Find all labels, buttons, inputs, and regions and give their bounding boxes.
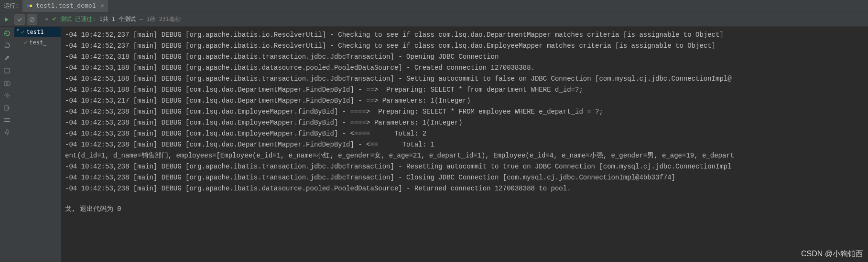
rerun-icon[interactable] bbox=[3, 30, 11, 37]
top-bar: 运行: test1.test_demo1 × — bbox=[0, 0, 868, 12]
check-icon: ✓ bbox=[21, 29, 24, 35]
console-line: -04 10:42:52,237 [main] DEBUG [org.apach… bbox=[65, 30, 864, 41]
console-line: -04 10:42:53,188 [main] DEBUG [org.apach… bbox=[65, 73, 864, 84]
svg-line-3 bbox=[31, 18, 33, 21]
toolbar: » 测试 已通过: 1共 1 个测试 – 1秒 231毫秒 bbox=[0, 12, 868, 27]
rerun-button[interactable] bbox=[1, 14, 12, 25]
python-test-icon bbox=[26, 2, 33, 9]
tree-child-label: test_ bbox=[29, 39, 46, 46]
watermark: CSDN @小狗铂西 bbox=[801, 249, 863, 259]
left-gutter bbox=[0, 27, 14, 262]
console-line: -04 10:42:53,188 [main] DEBUG [org.apach… bbox=[65, 63, 864, 73]
check-icon bbox=[52, 16, 56, 21]
console-line: -04 10:42:53,238 [main] DEBUG [com.lsq.d… bbox=[65, 106, 864, 117]
tab-title: test1.test_demo1 bbox=[36, 2, 96, 9]
console-line: -04 10:42:53,238 [main] DEBUG [com.lsq.d… bbox=[65, 117, 864, 128]
run-label: 运行: bbox=[0, 2, 22, 10]
toggle-ignored-button[interactable] bbox=[27, 14, 37, 25]
pin-icon[interactable] bbox=[3, 129, 11, 136]
expand-icon: ˅ bbox=[16, 29, 19, 35]
close-icon[interactable]: × bbox=[100, 2, 104, 9]
disabled-icon bbox=[29, 17, 35, 22]
stop-icon[interactable] bbox=[3, 42, 11, 50]
tree-child-item[interactable]: ✓ test_ bbox=[14, 37, 61, 48]
check-icon bbox=[17, 17, 22, 22]
exit-code-line: 戈, 退出代码为 0 bbox=[65, 204, 864, 215]
console-line: -04 10:42:53,188 [main] DEBUG [com.lsq.d… bbox=[65, 84, 864, 95]
tree-root-item[interactable]: ˅ ✓ test1 bbox=[14, 27, 61, 37]
hide-panel-icon[interactable]: — bbox=[861, 2, 865, 9]
console-output[interactable]: -04 10:42:52,237 [main] DEBUG [org.apach… bbox=[61, 27, 868, 262]
console-line: -04 10:42:52,318 [main] DEBUG [org.apach… bbox=[65, 52, 864, 63]
exit-icon[interactable] bbox=[3, 104, 11, 112]
svg-rect-5 bbox=[4, 82, 10, 85]
console-line: -04 10:42:53,217 [main] DEBUG [com.lsq.d… bbox=[65, 95, 864, 106]
wrench-icon[interactable] bbox=[3, 54, 11, 62]
check-icon: ✓ bbox=[24, 39, 27, 46]
tree-root-label: test1 bbox=[26, 29, 43, 35]
test-status: » 测试 已通过: 1共 1 个测试 – 1秒 231毫秒 bbox=[45, 15, 181, 23]
run-config-tab[interactable]: test1.test_demo1 × bbox=[22, 0, 108, 12]
console-line: -04 10:42:53,238 [main] DEBUG [org.apach… bbox=[65, 161, 864, 172]
svg-rect-4 bbox=[5, 68, 10, 73]
toggle-pass-button[interactable] bbox=[14, 14, 25, 25]
console-line: -04 10:42:53,238 [main] DEBUG [org.apach… bbox=[65, 183, 864, 194]
list-icon[interactable] bbox=[3, 116, 11, 124]
console-line: -04 10:42:52,237 [main] DEBUG [org.apach… bbox=[65, 41, 864, 52]
svg-point-0 bbox=[27, 4, 30, 7]
console-line: -04 10:42:53,238 [main] DEBUG [org.apach… bbox=[65, 172, 864, 183]
console-line: -04 10:42:53,238 [main] DEBUG [com.lsq.d… bbox=[65, 139, 864, 150]
gear-icon[interactable] bbox=[3, 92, 11, 99]
camera-icon[interactable] bbox=[3, 79, 11, 87]
main-content: ˅ ✓ test1 ✓ test_ -04 10:42:52,237 [main… bbox=[0, 27, 868, 262]
layout-icon[interactable] bbox=[3, 67, 11, 74]
svg-point-6 bbox=[6, 83, 8, 84]
test-tree: ˅ ✓ test1 ✓ test_ bbox=[14, 27, 61, 262]
console-line: -04 10:42:53,238 [main] DEBUG [com.lsq.d… bbox=[65, 128, 864, 139]
console-line: ent(d_id=1, d_name=销售部门, employees=[Empl… bbox=[65, 150, 864, 161]
play-icon bbox=[4, 17, 10, 22]
svg-point-7 bbox=[6, 94, 8, 96]
svg-point-1 bbox=[30, 4, 32, 7]
